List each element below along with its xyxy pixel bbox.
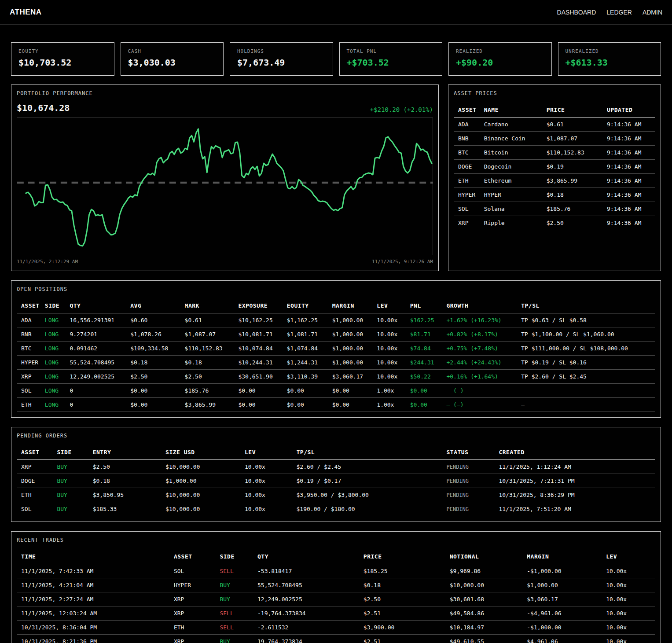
cell-tp-sl: $190.00 / $180.00	[297, 502, 447, 516]
cell-entry: $0.18	[93, 474, 165, 488]
cell-mark: $0.18	[185, 356, 239, 370]
cell-price: $3,900.00	[364, 621, 450, 635]
cell-side: LONG	[45, 313, 70, 327]
table-row: XRPLONG12,249.002525$2.50$2.50$30,651.90…	[17, 370, 655, 384]
portfolio-chart-footer: 11/1/2025, 2:12:29 AM 11/1/2025, 9:12:26…	[17, 259, 433, 265]
cell-margin: $0.00	[332, 384, 377, 398]
cell-name: Ethereum	[484, 174, 547, 188]
cell-lev: 10.00x	[245, 474, 297, 488]
pending-orders-panel: PENDING ORDERS ASSETSIDEENTRYSIZE USDLEV…	[11, 427, 661, 522]
cell-qty: -53.818417	[257, 564, 364, 578]
cell-side: SELL	[220, 621, 257, 635]
cell-exposure: $10,081.71	[238, 327, 286, 342]
cell-entry: $185.33	[93, 502, 165, 516]
stat-value: $3,030.03	[128, 57, 217, 68]
cell-side: BUY	[220, 592, 257, 606]
cell-equity: $0.00	[287, 384, 332, 398]
cell-side: LONG	[45, 356, 70, 370]
cell-mark: $0.61	[185, 313, 239, 327]
cell-avg: $1,078.26	[130, 327, 184, 342]
cell-exposure: $0.00	[238, 384, 286, 398]
cell-margin: $4,961.06	[527, 635, 606, 643]
cell-qty: 12,249.002525	[70, 370, 130, 384]
cell-asset: HYPER	[174, 578, 220, 592]
cell-margin: $1,000.00	[332, 342, 377, 356]
cell-qty: 19,764.373834	[257, 635, 364, 643]
main-grid: PORTFOLIO PERFORMANCE $10,674.28 +$210.2…	[11, 85, 661, 271]
cell-size-usd: $10,000.00	[165, 502, 245, 516]
cell-tp-sl: $3,950.00 / $3,800.00	[297, 488, 447, 502]
column-header-lev: LEV	[377, 298, 410, 313]
cell-asset: BNB	[454, 132, 484, 146]
open-positions-table: ASSETSIDEQTYAVGMARKEXPOSUREEQUITYMARGINL…	[17, 298, 655, 412]
cell-tp-sl: $0.19 / $0.17	[297, 474, 447, 488]
cell-pnl: $0.00	[410, 398, 447, 412]
cell-status: PENDING	[446, 460, 499, 474]
column-header-asset: ASSET	[174, 549, 220, 564]
cell-entry: $2.50	[93, 460, 165, 474]
cell-side: LONG	[45, 342, 70, 356]
cell-size-usd: $10,000.00	[165, 460, 245, 474]
cell-price: $185.76	[547, 202, 607, 216]
table-row: DOGEBUY$0.18$1,000.0010.00x$0.19 / $0.17…	[17, 474, 655, 488]
column-header-status: STATUS	[446, 445, 499, 460]
cell-notional: $49,610.55	[450, 635, 527, 643]
cell-name: Binance Coin	[484, 132, 547, 146]
cell-price: $2.51	[364, 606, 450, 621]
cell-tp-sl: TP $2.60 / SL $2.45	[521, 370, 655, 384]
cell-asset: SOL	[174, 564, 220, 578]
stats-row: EQUITY$10,703.52CASH$3,030.03HOLDINGS$7,…	[11, 42, 661, 76]
chart-start-time: 11/1/2025, 2:12:29 AM	[17, 259, 78, 265]
cell-lev: 10.00x	[377, 356, 410, 370]
cell-updated: 9:14:36 AM	[607, 132, 655, 146]
stat-card-equity: EQUITY$10,703.52	[11, 42, 114, 76]
cell-tp-sl: –	[521, 384, 655, 398]
stat-value: +$90.20	[456, 57, 544, 68]
cell-mark: $1,087.07	[185, 327, 239, 342]
cell-growth: +1.62% (+16.23%)	[446, 313, 521, 327]
cell-tp-sl: –	[521, 398, 655, 412]
stat-value: +$613.33	[566, 57, 654, 68]
cell-pnl: $162.25	[410, 313, 447, 327]
cell-price: $3,865.99	[547, 174, 607, 188]
cell-asset: SOL	[454, 202, 484, 216]
chart-end-time: 11/1/2025, 9:12:26 AM	[372, 259, 433, 265]
column-header-lev: LEV	[606, 549, 655, 564]
table-row: BNBLONG9.274201$1,078.26$1,087.07$10,081…	[17, 327, 655, 342]
cell-pnl: $0.00	[410, 384, 447, 398]
cell-asset: XRP	[174, 592, 220, 606]
stat-card-cash: CASH$3,030.03	[121, 42, 224, 76]
table-row: ETHLONG0$0.00$3,865.99$0.00$0.00$0.001.0…	[17, 398, 655, 412]
cell-qty: 0	[70, 384, 130, 398]
table-row: BTCLONG0.091462$109,334.58$110,152.83$10…	[17, 342, 655, 356]
stat-label: HOLDINGS	[237, 48, 326, 54]
column-header-lev: LEV	[245, 445, 297, 460]
nav-link-dashboard[interactable]: DASHBOARD	[557, 9, 596, 16]
cell-avg: $0.00	[130, 384, 184, 398]
cell-asset: ETH	[17, 488, 57, 502]
cell-margin: $1,000.00	[527, 578, 606, 592]
chart-equity-line	[26, 129, 432, 246]
column-header-side: SIDE	[220, 549, 257, 564]
cell-side: LONG	[45, 384, 70, 398]
cell-lev: 10.00x	[606, 592, 655, 606]
cell-name: Ripple	[484, 216, 547, 230]
cell-growth: +0.16% (+1.64%)	[446, 370, 521, 384]
column-header-side: SIDE	[45, 298, 70, 313]
nav-link-admin[interactable]: ADMIN	[643, 9, 662, 16]
cell-qty: -2.611532	[257, 621, 364, 635]
cell-lev: 10.00x	[377, 342, 410, 356]
cell-price: $0.18	[547, 188, 607, 202]
cell-margin: -$1,000.00	[527, 621, 606, 635]
cell-growth: – (–)	[446, 398, 521, 412]
column-header-pnl: PNL	[410, 298, 447, 313]
cell-qty: 9.274201	[70, 327, 130, 342]
nav-link-ledger[interactable]: LEDGER	[606, 9, 632, 16]
cell-equity: $0.00	[287, 398, 332, 412]
table-row: XRPBUY$2.50$10,000.0010.00x$2.60 / $2.45…	[17, 460, 655, 474]
cell-margin: -$4,961.06	[527, 606, 606, 621]
cell-created: 11/1/2025, 7:51:20 AM	[499, 502, 655, 516]
cell-asset: BTC	[454, 146, 484, 160]
cell-side: LONG	[45, 370, 70, 384]
cell-side: BUY	[57, 460, 92, 474]
